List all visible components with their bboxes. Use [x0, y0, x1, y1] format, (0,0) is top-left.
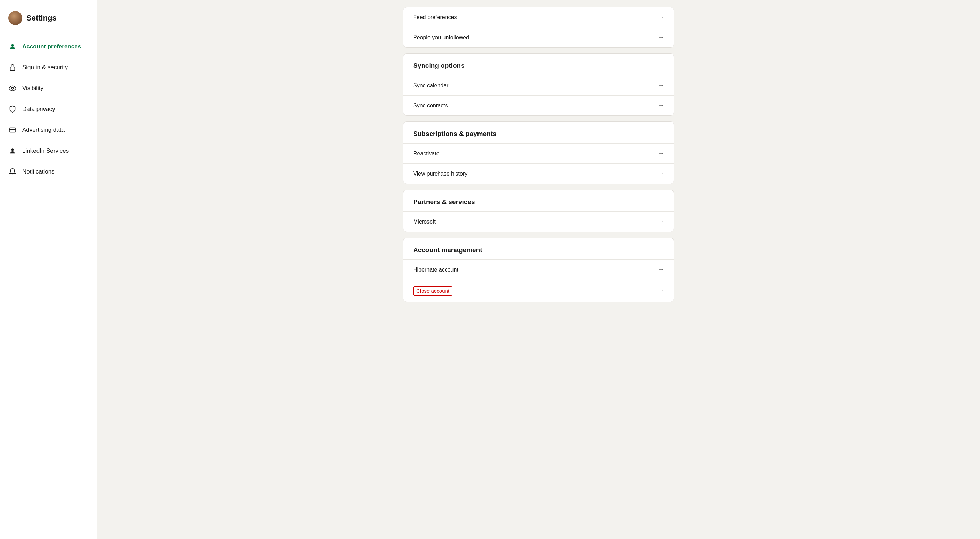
sidebar-item-data-privacy[interactable]: Data privacy [0, 99, 97, 120]
arrow-right-icon: → [658, 102, 664, 109]
sidebar-item-label: Advertising data [22, 127, 65, 134]
arrow-right-icon: → [658, 34, 664, 41]
account-management-card: Account management Hibernate account → C… [403, 238, 674, 302]
sidebar-item-label: Visibility [22, 85, 43, 92]
sidebar-item-account-preferences[interactable]: Account preferences [0, 36, 97, 57]
partners-services-title: Partners & services [404, 190, 674, 211]
bell-icon [8, 167, 17, 176]
feed-preferences-item[interactable]: Feed preferences → [404, 7, 674, 27]
sidebar-item-label: Account preferences [22, 43, 81, 50]
subscriptions-payments-card: Subscriptions & payments Reactivate → Vi… [403, 121, 674, 184]
reactivate-item[interactable]: Reactivate → [404, 143, 674, 163]
sidebar-item-linkedin-services[interactable]: LinkedIn Services [0, 140, 97, 161]
sidebar-nav: Account preferences Sign in & security V… [0, 36, 97, 182]
svg-point-0 [11, 44, 14, 46]
sync-calendar-label: Sync calendar [413, 83, 448, 89]
reactivate-label: Reactivate [413, 151, 440, 157]
top-items-card: Feed preferences → People you unfollowed… [403, 7, 674, 48]
arrow-right-icon: → [658, 266, 664, 273]
feed-preferences-label: Feed preferences [413, 14, 457, 21]
people-unfollowed-label: People you unfollowed [413, 34, 469, 41]
arrow-right-icon: → [658, 218, 664, 225]
eye-icon [8, 84, 17, 92]
card-icon [8, 126, 17, 134]
sidebar-item-advertising-data[interactable]: Advertising data [0, 120, 97, 140]
subscriptions-payments-title: Subscriptions & payments [404, 122, 674, 143]
svg-point-2 [11, 87, 14, 89]
app-title: Settings [26, 14, 57, 22]
sidebar-item-sign-in-security[interactable]: Sign in & security [0, 57, 97, 78]
sync-contacts-label: Sync contacts [413, 102, 448, 109]
microsoft-label: Microsoft [413, 219, 436, 225]
arrow-right-icon: → [658, 14, 664, 21]
arrow-right-icon: → [658, 287, 664, 295]
people-unfollowed-item[interactable]: People you unfollowed → [404, 27, 674, 47]
lock-icon [8, 63, 17, 72]
sync-calendar-item[interactable]: Sync calendar → [404, 75, 674, 95]
sidebar-item-notifications[interactable]: Notifications [0, 161, 97, 182]
hibernate-account-label: Hibernate account [413, 267, 458, 273]
sidebar-item-label: Notifications [22, 168, 54, 175]
hibernate-account-item[interactable]: Hibernate account → [404, 260, 674, 279]
close-account-label: Close account [413, 286, 452, 296]
arrow-right-icon: → [658, 82, 664, 89]
account-management-title: Account management [404, 238, 674, 260]
microsoft-item[interactable]: Microsoft → [404, 211, 674, 231]
close-account-item[interactable]: Close account → [404, 279, 674, 302]
arrow-right-icon: → [658, 150, 664, 157]
sidebar-header: Settings [0, 11, 97, 36]
svg-rect-1 [10, 67, 15, 70]
sync-contacts-item[interactable]: Sync contacts → [404, 95, 674, 115]
arrow-right-icon: → [658, 170, 664, 177]
sidebar: Settings Account preferences Sign in & s… [0, 0, 97, 539]
partners-services-card: Partners & services Microsoft → [403, 190, 674, 232]
view-purchase-history-item[interactable]: View purchase history → [404, 163, 674, 183]
syncing-options-card: Syncing options Sync calendar → Sync con… [403, 53, 674, 116]
sidebar-item-label: Sign in & security [22, 64, 68, 71]
main-content: Feed preferences → People you unfollowed… [97, 0, 980, 539]
content-area: Feed preferences → People you unfollowed… [403, 0, 674, 329]
shield-icon [8, 105, 17, 113]
sidebar-item-visibility[interactable]: Visibility [0, 78, 97, 99]
syncing-options-title: Syncing options [404, 54, 674, 75]
person-icon [8, 42, 17, 51]
avatar[interactable] [8, 11, 22, 25]
view-purchase-history-label: View purchase history [413, 171, 468, 177]
sidebar-item-label: LinkedIn Services [22, 147, 69, 155]
svg-rect-3 [10, 128, 16, 132]
svg-point-4 [11, 148, 14, 151]
person-services-icon [8, 147, 17, 155]
sidebar-item-label: Data privacy [22, 106, 55, 113]
